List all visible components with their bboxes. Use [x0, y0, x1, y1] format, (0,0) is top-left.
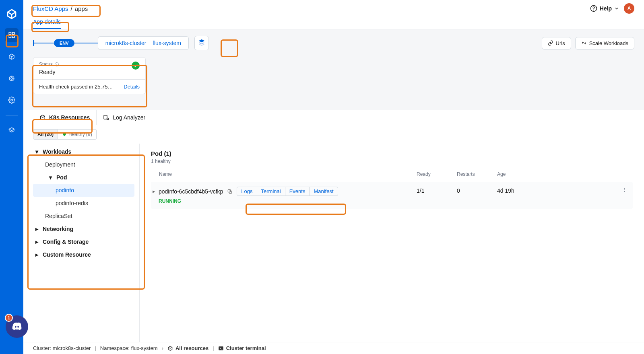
- footer-terminal[interactable]: Cluster terminal: [218, 345, 266, 351]
- chevron-down-icon: [614, 6, 619, 11]
- sidebar: [0, 0, 23, 354]
- tab-log-label: Log Analyzer: [113, 114, 145, 121]
- chevron-right-icon: ›: [162, 345, 163, 351]
- env-row-right: Urls Scale Workloads: [542, 37, 634, 49]
- topbar: FluxCD Apps / apps Help A: [23, 0, 644, 14]
- nav-gear-icon[interactable]: [5, 93, 19, 107]
- tab-log-analyzer[interactable]: Log Analyzer: [97, 110, 152, 125]
- heart-pulse-icon: [62, 132, 67, 137]
- pod-status: RUNNING: [159, 198, 338, 204]
- content-sub: 1 healthy: [151, 158, 633, 164]
- tab-k8s-resources[interactable]: K8s Resources: [33, 110, 97, 125]
- status-message: Health check passed in 25.75…: [39, 84, 113, 90]
- row-more-icon[interactable]: [621, 187, 633, 193]
- action-manifest[interactable]: Manifest: [310, 187, 337, 196]
- avatar[interactable]: A: [624, 3, 634, 14]
- cell-restarts: 0: [457, 187, 497, 194]
- tree-pod[interactable]: ▾Pod: [33, 171, 134, 184]
- breadcrumb-group[interactable]: FluxCD Apps: [33, 5, 68, 12]
- breadcrumb-current: apps: [75, 5, 88, 12]
- table-header: Name Ready Restarts Age: [151, 164, 633, 182]
- nav-layers-icon[interactable]: [5, 123, 19, 137]
- footer-all-resources-label: All resources: [175, 345, 208, 351]
- tree-replicaset[interactable]: ReplicaSet: [33, 210, 134, 222]
- terminal-icon: [218, 346, 224, 351]
- status-value: Ready: [39, 69, 59, 75]
- caret-right-icon: ▸: [35, 239, 39, 245]
- scale-label: Scale Workloads: [589, 40, 628, 46]
- footer-all-resources[interactable]: All resources: [167, 345, 208, 351]
- breadcrumb-sep: /: [71, 5, 72, 12]
- topbar-right: Help A: [590, 3, 634, 14]
- col-restarts: Restarts: [457, 171, 497, 177]
- content-heading: Pod (1): [151, 150, 633, 157]
- urls-button[interactable]: Urls: [542, 37, 571, 49]
- footer: Cluster: microk8s-cluster | Namespace: f…: [23, 342, 644, 354]
- tree-custom-resource[interactable]: ▸Custom Resource: [33, 248, 134, 261]
- filter-healthy[interactable]: Healthy (9): [58, 129, 97, 140]
- tree-networking[interactable]: ▸Networking: [33, 222, 134, 235]
- tree-workloads[interactable]: ▾Workloads: [33, 145, 134, 158]
- help-button[interactable]: Help: [590, 5, 619, 12]
- footer-terminal-label: Cluster terminal: [226, 345, 266, 351]
- action-events[interactable]: Events: [285, 187, 310, 196]
- footer-cluster-label: Cluster:: [33, 345, 51, 351]
- action-logs[interactable]: Logs: [237, 187, 257, 196]
- caret-right-icon: ▸: [35, 226, 39, 232]
- discord-badge: 1: [5, 314, 13, 322]
- scale-button[interactable]: Scale Workloads: [575, 37, 634, 49]
- info-icon: [54, 62, 59, 67]
- main: FluxCD Apps / apps Help A App details EN…: [23, 0, 644, 342]
- svg-point-14: [624, 188, 625, 189]
- svg-rect-17: [219, 346, 223, 350]
- tree-config-storage[interactable]: ▸Config & Storage: [33, 235, 134, 248]
- status-label: Status: [39, 62, 59, 67]
- pod-actions: Logs Terminal Events Manifest: [237, 187, 338, 196]
- footer-ns-value: flux-system: [131, 345, 158, 351]
- caret-right-icon: ▸: [35, 251, 39, 258]
- tree-podinfo-redis[interactable]: podinfo-redis: [33, 197, 134, 210]
- copy-icon[interactable]: [227, 189, 233, 194]
- help-icon: [590, 5, 597, 12]
- section-tabs: K8s Resources Log Analyzer: [23, 110, 644, 125]
- tab-app-details[interactable]: App details: [33, 19, 61, 29]
- content: Pod (1) 1 healthy Name Ready Restarts Ag…: [139, 144, 644, 342]
- nav-apps-icon[interactable]: [5, 28, 19, 42]
- search-log-icon: [103, 114, 109, 121]
- cluster-button[interactable]: microk8s-cluster__flux-system: [98, 36, 189, 50]
- tree-podinfo[interactable]: podinfo: [33, 184, 134, 197]
- cube-icon: [167, 346, 173, 351]
- svg-point-15: [624, 189, 625, 190]
- status-card: Status Ready Health check passed in 25.7…: [33, 57, 146, 94]
- table-row: ▸ podinfo-6c5cbdf4b5-vcfkp Logs Terminal…: [151, 182, 633, 209]
- nav-cube-icon[interactable]: [5, 50, 19, 64]
- svg-point-11: [107, 118, 109, 119]
- discord-button[interactable]: 1: [6, 315, 28, 338]
- status-details-link[interactable]: Details: [124, 84, 140, 90]
- caret-down-icon: ▾: [35, 148, 39, 155]
- svg-point-16: [624, 191, 625, 192]
- body-split: ▾Workloads Deployment ▾Pod podinfo podin…: [23, 144, 644, 342]
- svg-point-8: [593, 10, 594, 10]
- footer-cluster-value: microk8s-cluster: [53, 345, 91, 351]
- sidebar-divider: [6, 115, 18, 115]
- filter-healthy-label: Healthy (9): [68, 132, 92, 137]
- nav-steer-icon[interactable]: [5, 72, 19, 85]
- env-row-left: ENV microk8s-cluster__flux-system: [33, 36, 209, 50]
- help-label: Help: [600, 5, 612, 12]
- filter-all[interactable]: All (20): [33, 129, 58, 140]
- svg-rect-0: [9, 32, 11, 34]
- link-icon: [548, 40, 553, 46]
- action-terminal[interactable]: Terminal: [257, 187, 285, 196]
- tree-deployment[interactable]: Deployment: [33, 158, 134, 171]
- svg-rect-3: [12, 36, 14, 38]
- scale-icon: [581, 40, 587, 46]
- col-name: Name: [159, 171, 417, 177]
- app-logo: [6, 8, 18, 20]
- resource-tree: ▾Workloads Deployment ▾Pod podinfo podin…: [23, 144, 139, 342]
- env-line: [34, 43, 54, 43]
- architecture-button[interactable]: [194, 36, 209, 50]
- row-caret-icon[interactable]: ▸: [153, 188, 155, 194]
- urls-label: Urls: [556, 40, 565, 46]
- svg-point-4: [11, 78, 13, 80]
